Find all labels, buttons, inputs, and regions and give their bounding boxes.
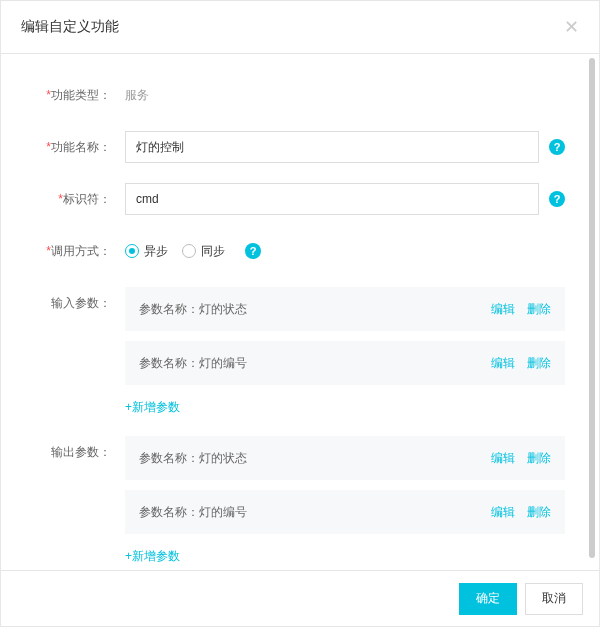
radio-icon <box>182 244 196 258</box>
content-func-type: 服务 <box>125 79 565 111</box>
label-func-type: *功能类型： <box>21 79 125 111</box>
param-actions: 编辑 删除 <box>491 450 551 467</box>
in-params-list: 参数名称：灯的状态 编辑 删除 参数名称：灯的编号 编辑 删除 +新增参数 <box>125 287 565 416</box>
param-actions: 编辑 删除 <box>491 301 551 318</box>
delete-link[interactable]: 删除 <box>527 504 551 521</box>
row-identifier: *标识符： ? <box>21 183 565 215</box>
radio-icon <box>125 244 139 258</box>
delete-link[interactable]: 删除 <box>527 355 551 372</box>
help-icon[interactable]: ? <box>245 243 261 259</box>
out-params-list: 参数名称：灯的状态 编辑 删除 参数名称：灯的编号 编辑 删除 +新增参数 <box>125 436 565 565</box>
ok-button[interactable]: 确定 <box>459 583 517 615</box>
param-actions: 编辑 删除 <box>491 355 551 372</box>
row-out-params: 输出参数： 参数名称：灯的状态 编辑 删除 参数名称：灯的编号 编辑 删除 <box>21 436 565 565</box>
label-call-mode: *调用方式： <box>21 235 125 267</box>
edit-link[interactable]: 编辑 <box>491 301 515 318</box>
radio-label: 同步 <box>201 235 225 267</box>
add-in-param-link[interactable]: +新增参数 <box>125 399 565 416</box>
radio-sync[interactable]: 同步 <box>182 235 225 267</box>
modal-body: *功能类型： 服务 *功能名称： ? *标识符： ? <box>1 54 585 570</box>
func-type-value: 服务 <box>125 79 149 111</box>
row-in-params: 输入参数： 参数名称：灯的状态 编辑 删除 参数名称：灯的编号 编辑 删除 <box>21 287 565 416</box>
param-item: 参数名称：灯的状态 编辑 删除 <box>125 287 565 331</box>
param-name: 参数名称：灯的编号 <box>139 504 247 521</box>
close-icon[interactable]: ✕ <box>564 18 579 36</box>
param-name: 参数名称：灯的状态 <box>139 301 247 318</box>
edit-link[interactable]: 编辑 <box>491 504 515 521</box>
identifier-input[interactable] <box>125 183 539 215</box>
delete-link[interactable]: 删除 <box>527 301 551 318</box>
modal-footer: 确定 取消 <box>1 570 599 626</box>
cancel-button[interactable]: 取消 <box>525 583 583 615</box>
label-out-params: 输出参数： <box>21 436 125 468</box>
radio-async[interactable]: 异步 <box>125 235 168 267</box>
help-icon[interactable]: ? <box>549 191 565 207</box>
param-item: 参数名称：灯的编号 编辑 删除 <box>125 490 565 534</box>
param-item: 参数名称：灯的状态 编辑 删除 <box>125 436 565 480</box>
param-name: 参数名称：灯的状态 <box>139 450 247 467</box>
label-func-name: *功能名称： <box>21 131 125 163</box>
modal-header: 编辑自定义功能 ✕ <box>1 1 599 54</box>
content-call-mode: 异步 同步 ? <box>125 235 565 267</box>
edit-link[interactable]: 编辑 <box>491 355 515 372</box>
modal-body-wrap: *功能类型： 服务 *功能名称： ? *标识符： ? <box>1 54 599 570</box>
help-icon[interactable]: ? <box>549 139 565 155</box>
content-identifier: ? <box>125 183 565 215</box>
param-item: 参数名称：灯的编号 编辑 删除 <box>125 341 565 385</box>
edit-custom-function-modal: 编辑自定义功能 ✕ *功能类型： 服务 *功能名称： ? *标识符： <box>0 0 600 627</box>
param-actions: 编辑 删除 <box>491 504 551 521</box>
row-func-name: *功能名称： ? <box>21 131 565 163</box>
label-identifier: *标识符： <box>21 183 125 215</box>
param-name: 参数名称：灯的编号 <box>139 355 247 372</box>
modal-title: 编辑自定义功能 <box>21 18 119 36</box>
label-in-params: 输入参数： <box>21 287 125 319</box>
row-call-mode: *调用方式： 异步 同步 ? <box>21 235 565 267</box>
row-func-type: *功能类型： 服务 <box>21 79 565 111</box>
add-out-param-link[interactable]: +新增参数 <box>125 548 565 565</box>
radio-label: 异步 <box>144 235 168 267</box>
edit-link[interactable]: 编辑 <box>491 450 515 467</box>
delete-link[interactable]: 删除 <box>527 450 551 467</box>
content-func-name: ? <box>125 131 565 163</box>
scrollbar[interactable] <box>589 58 595 558</box>
call-mode-radio-group: 异步 同步 ? <box>125 235 261 267</box>
func-name-input[interactable] <box>125 131 539 163</box>
